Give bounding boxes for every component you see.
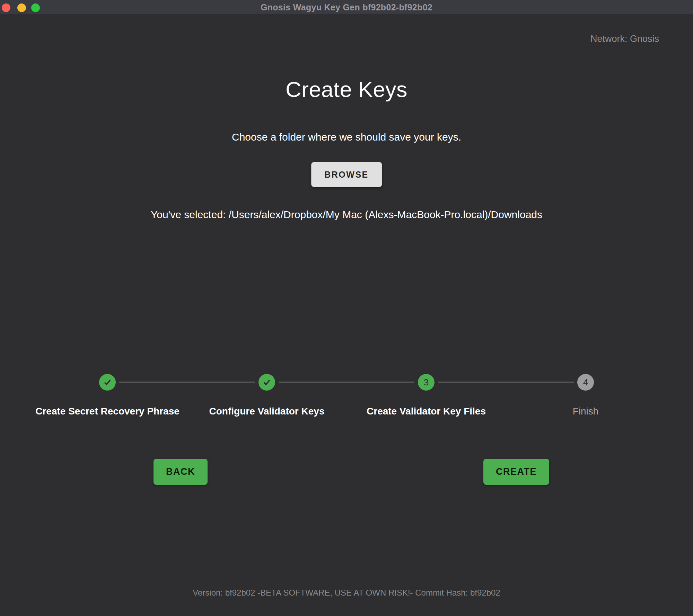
window-controls bbox=[0, 0, 45, 15]
step-4-label: Finish bbox=[573, 406, 599, 417]
step-3-label: Create Validator Key Files bbox=[367, 406, 486, 417]
stepper-connector bbox=[279, 382, 414, 383]
network-label: Network: Gnosis bbox=[590, 34, 659, 44]
version-footer: Version: bf92b02 -BETA SOFTWARE, USE AT … bbox=[0, 588, 693, 598]
stepper-connector bbox=[119, 382, 255, 383]
check-icon bbox=[262, 377, 272, 387]
check-icon bbox=[102, 377, 113, 387]
step-2-completed-check-icon bbox=[258, 374, 275, 391]
step-create-secret-recovery-phrase: Create Secret Recovery Phrase bbox=[28, 374, 187, 417]
step-create-validator-key-files: 3 Create Validator Key Files bbox=[346, 374, 506, 417]
subtitle-text: Choose a folder where we should save you… bbox=[0, 131, 693, 143]
step-4-upcoming-badge: 4 bbox=[577, 374, 594, 391]
step-1-completed-check-icon bbox=[99, 374, 116, 391]
minimize-icon[interactable] bbox=[17, 3, 26, 12]
maximize-icon[interactable] bbox=[31, 3, 40, 12]
step-configure-validator-keys: Configure Validator Keys bbox=[187, 374, 346, 417]
stepper: Create Secret Recovery Phrase Configure … bbox=[28, 374, 665, 417]
app-window: Gnosis Wagyu Key Gen bf92b02-bf92b02 Net… bbox=[0, 0, 693, 616]
close-icon[interactable] bbox=[2, 3, 10, 12]
titlebar: Gnosis Wagyu Key Gen bf92b02-bf92b02 bbox=[0, 0, 693, 15]
step-1-label: Create Secret Recovery Phrase bbox=[35, 406, 179, 417]
window-title: Gnosis Wagyu Key Gen bf92b02-bf92b02 bbox=[261, 2, 432, 12]
stepper-connector bbox=[438, 382, 574, 383]
page-title: Create Keys bbox=[0, 77, 693, 102]
back-button[interactable]: BACK bbox=[153, 459, 208, 485]
step-3-active-badge: 3 bbox=[418, 374, 435, 391]
step-finish: 4 Finish bbox=[506, 374, 665, 417]
browse-button[interactable]: BROWSE bbox=[311, 162, 382, 187]
selected-folder-text: You've selected: /Users/alex/Dropbox/My … bbox=[0, 209, 693, 221]
create-button[interactable]: CREATE bbox=[483, 459, 549, 485]
step-2-label: Configure Validator Keys bbox=[209, 406, 325, 417]
